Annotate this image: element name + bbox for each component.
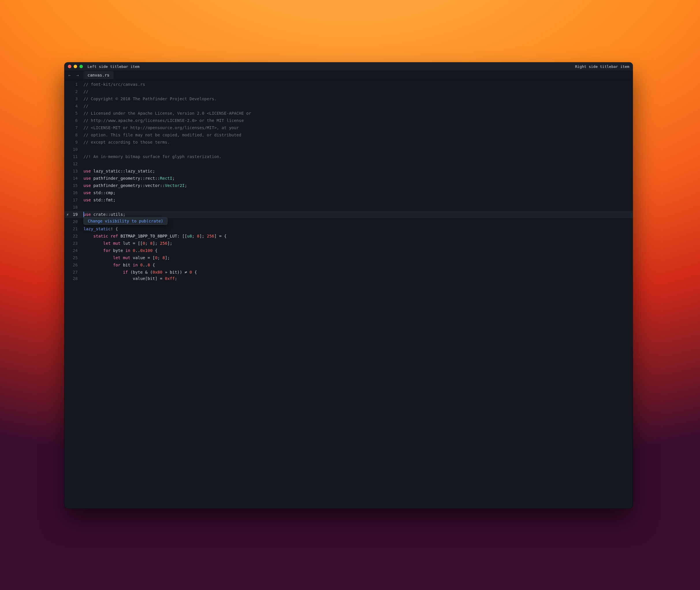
code-line[interactable]: 3// Copyright © 2018 The Pathfinder Proj… [65,95,633,103]
line-number: 24 [71,247,81,254]
line-number: 18 [71,204,81,211]
line-number: 5 [71,110,81,117]
code-content[interactable]: value[bit] = 0xff; [81,276,177,281]
code-content[interactable]: let mut lut = [[0; 8]; 256]; [81,240,172,247]
line-number: 12 [71,160,81,168]
line-number: 20 [71,218,81,225]
line-number: 11 [71,153,81,160]
code-content[interactable]: if (byte & (0x80 » bit)) ≠ 0 { [81,269,197,276]
traffic-lights [68,65,83,68]
code-line[interactable]: 15use pathfinder_geometry::vector::Vecto… [65,182,633,189]
code-content[interactable]: // http://www.apache.org/licenses/LICENS… [81,117,244,124]
code-content[interactable]: // font-kit/src/canvas.rs [81,81,145,88]
code-action-item[interactable]: Change visibility to pub(crate) [88,219,163,223]
code-line[interactable]: 27 if (byte & (0x80 » bit)) ≠ 0 { [65,269,633,276]
line-number: 1 [71,81,81,88]
text-cursor [84,212,84,217]
code-line[interactable]: 6// http://www.apache.org/licenses/LICEN… [65,117,633,124]
code-line[interactable]: 18 [65,204,633,211]
code-content[interactable]: static ref BITMAP_1BPP_TO_8BPP_LUT: [[u8… [81,232,226,240]
line-number: 19 [71,211,81,218]
code-lines: 1// font-kit/src/canvas.rs2//3// Copyrig… [65,80,633,508]
code-line[interactable]: 21lazy_static! { [65,225,633,232]
minimize-button[interactable] [74,65,77,68]
code-content[interactable]: use std::cmp; [81,189,116,196]
code-line[interactable]: 8// option. This file may not be copied,… [65,131,633,139]
line-number: 26 [71,262,81,269]
maximize-button[interactable] [80,65,83,68]
code-content[interactable]: // option. This file may not be copied, … [81,131,241,139]
code-content[interactable]: // except according to those terms. [81,139,170,146]
code-line[interactable]: 4// [65,103,633,110]
code-line[interactable]: 25 let mut value = [0; 8]; [65,254,633,262]
code-content[interactable]: // Licensed under the Apache License, Ve… [81,110,251,117]
code-line[interactable]: 10 [65,146,633,153]
titlebar-right-text: Right side titlebar item [575,65,629,69]
line-number: 8 [71,131,81,139]
line-number: 6 [71,117,81,124]
code-content[interactable]: for bit in 0..8 { [81,262,155,269]
code-content[interactable]: use lazy_static::lazy_static; [81,168,155,175]
code-line[interactable]: 11//! An in-memory bitmap surface for gl… [65,153,633,160]
line-number: 3 [71,95,81,103]
tab-bar: ← → canvas.rs [65,71,633,80]
editor-window: Left side titlebar item Right side title… [65,63,633,508]
line-number: 15 [71,182,81,189]
code-content[interactable]: let mut value = [0; 8]; [81,254,170,262]
code-line[interactable]: 1// font-kit/src/canvas.rs [65,81,633,88]
line-number: 22 [71,232,81,240]
code-editor[interactable]: 1// font-kit/src/canvas.rs2//3// Copyrig… [65,80,633,508]
code-line[interactable]: 23 let mut lut = [[0; 8]; 256]; [65,240,633,247]
line-number: 28 [71,276,81,281]
code-line[interactable]: 7// <LICENSE-MIT or http://opensource.or… [65,124,633,131]
line-number: 13 [71,168,81,175]
code-line[interactable]: 24 for byte in 0..0x100 { [65,247,633,254]
code-line[interactable]: 16use std::cmp; [65,189,633,196]
nav-forward-button[interactable]: → [74,72,81,79]
code-line[interactable]: 22 static ref BITMAP_1BPP_TO_8BPP_LUT: [… [65,232,633,240]
code-content[interactable]: use std::fmt; [81,196,116,204]
code-line[interactable]: 13use lazy_static::lazy_static; [65,168,633,175]
line-number: 16 [71,189,81,196]
line-number: 21 [71,225,81,232]
code-content[interactable]: for byte in 0..0x100 { [81,247,157,254]
code-content[interactable]: use pathfinder_geometry::rect::RectI; [81,175,175,182]
code-line[interactable]: 17use std::fmt; [65,196,633,204]
code-action-popup[interactable]: Change visibility to pub(crate) [84,217,167,225]
code-content[interactable]: //! An in-memory bitmap surface for glyp… [81,153,222,160]
line-number: 23 [71,240,81,247]
line-number: 10 [71,146,81,153]
line-number: 9 [71,139,81,146]
line-number: 2 [71,88,81,95]
line-number: 25 [71,254,81,262]
line-number: 17 [71,196,81,204]
code-line[interactable]: 5// Licensed under the Apache License, V… [65,110,633,117]
code-content[interactable]: lazy_static! { [81,225,118,232]
code-line[interactable]: 26 for bit in 0..8 { [65,262,633,269]
code-line[interactable]: 14use pathfinder_geometry::rect::RectI; [65,175,633,182]
gutter-code-action-icon[interactable]: ⚡ [65,211,71,218]
nav-back-button[interactable]: ← [66,72,73,79]
close-button[interactable] [68,65,71,68]
line-number: 27 [71,269,81,276]
titlebar[interactable]: Left side titlebar item Right side title… [65,63,633,71]
code-content[interactable]: // [81,103,88,110]
code-line[interactable]: 28 value[bit] = 0xff; [65,276,633,281]
code-content[interactable]: // Copyright © 2018 The Pathfinder Proje… [81,95,217,103]
code-content[interactable]: use pathfinder_geometry::vector::Vector2… [81,182,187,189]
code-content[interactable]: // <LICENSE-MIT or http://opensource.org… [81,124,239,131]
code-line[interactable]: 9// except according to those terms. [65,139,633,146]
code-content[interactable]: // [81,88,88,95]
line-number: 14 [71,175,81,182]
code-line[interactable]: 2// [65,88,633,95]
line-number: 4 [71,103,81,110]
line-number: 7 [71,124,81,131]
code-line[interactable]: 12 [65,160,633,168]
titlebar-left-text: Left side titlebar item [88,65,139,69]
tab-active[interactable]: canvas.rs [84,71,113,79]
